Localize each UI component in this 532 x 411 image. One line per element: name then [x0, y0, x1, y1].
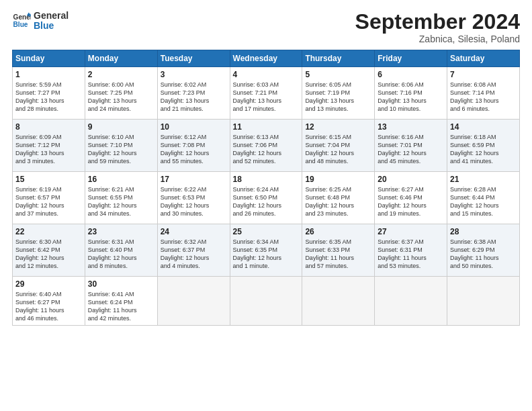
day-28: 28 Sunrise: 6:38 AMSunset: 6:29 PMDaylig…	[447, 224, 520, 277]
logo-blue-text: Blue	[34, 21, 69, 31]
day-7: 7 Sunrise: 6:08 AMSunset: 7:14 PMDayligh…	[447, 67, 520, 120]
day-16: 16 Sunrise: 6:21 AMSunset: 6:55 PMDaylig…	[85, 172, 157, 224]
day-23: 23 Sunrise: 6:31 AMSunset: 6:40 PMDaylig…	[85, 224, 157, 277]
col-monday: Monday	[85, 50, 157, 67]
calendar-table: Sunday Monday Tuesday Wednesday Thursday…	[12, 50, 520, 326]
day-2: 2 Sunrise: 6:00 AMSunset: 7:25 PMDayligh…	[85, 67, 157, 120]
day-1: 1 Sunrise: 5:59 AMSunset: 7:27 PMDayligh…	[13, 67, 85, 120]
header-row: Sunday Monday Tuesday Wednesday Thursday…	[13, 50, 520, 67]
day-24: 24 Sunrise: 6:32 AMSunset: 6:37 PMDaylig…	[157, 224, 230, 277]
day-11: 11 Sunrise: 6:13 AMSunset: 7:06 PMDaylig…	[230, 120, 302, 172]
day-14: 14 Sunrise: 6:18 AMSunset: 6:59 PMDaylig…	[447, 120, 520, 172]
day-10: 10 Sunrise: 6:12 AMSunset: 7:08 PMDaylig…	[157, 120, 230, 172]
empty-cell-2	[230, 277, 302, 326]
week-row-2: 8 Sunrise: 6:09 AMSunset: 7:12 PMDayligh…	[13, 120, 520, 172]
empty-cell-3	[302, 277, 375, 326]
empty-cell-1	[157, 277, 230, 326]
calendar-page: General Blue General Blue September 2024…	[0, 0, 532, 411]
day-22: 22 Sunrise: 6:30 AMSunset: 6:42 PMDaylig…	[13, 224, 85, 277]
day-8: 8 Sunrise: 6:09 AMSunset: 7:12 PMDayligh…	[13, 120, 85, 172]
logo-icon: General Blue	[12, 11, 31, 30]
day-19: 19 Sunrise: 6:25 AMSunset: 6:48 PMDaylig…	[302, 172, 375, 224]
col-sunday: Sunday	[13, 50, 85, 67]
day-13: 13 Sunrise: 6:16 AMSunset: 7:01 PMDaylig…	[375, 120, 447, 172]
title-block: September 2024 Zabnica, Silesia, Poland	[355, 11, 520, 44]
week-row-4: 22 Sunrise: 6:30 AMSunset: 6:42 PMDaylig…	[13, 224, 520, 277]
col-saturday: Saturday	[447, 50, 520, 67]
col-thursday: Thursday	[302, 50, 375, 67]
empty-cell-5	[447, 277, 520, 326]
day-26: 26 Sunrise: 6:35 AMSunset: 6:33 PMDaylig…	[302, 224, 375, 277]
day-3: 3 Sunrise: 6:02 AMSunset: 7:23 PMDayligh…	[157, 67, 230, 120]
svg-text:Blue: Blue	[13, 21, 28, 29]
page-header: General Blue General Blue September 2024…	[12, 11, 520, 44]
week-row-3: 15 Sunrise: 6:19 AMSunset: 6:57 PMDaylig…	[13, 172, 520, 224]
logo: General Blue General Blue	[12, 11, 69, 32]
day-4: 4 Sunrise: 6:03 AMSunset: 7:21 PMDayligh…	[230, 67, 302, 120]
day-30: 30 Sunrise: 6:41 AMSunset: 6:24 PMDaylig…	[85, 277, 157, 326]
day-17: 17 Sunrise: 6:22 AMSunset: 6:53 PMDaylig…	[157, 172, 230, 224]
location-text: Zabnica, Silesia, Poland	[355, 34, 520, 44]
day-20: 20 Sunrise: 6:27 AMSunset: 6:46 PMDaylig…	[375, 172, 447, 224]
day-6: 6 Sunrise: 6:06 AMSunset: 7:16 PMDayligh…	[375, 67, 447, 120]
month-title: September 2024	[355, 11, 520, 32]
day-5: 5 Sunrise: 6:05 AMSunset: 7:19 PMDayligh…	[302, 67, 375, 120]
empty-cell-4	[375, 277, 447, 326]
col-wednesday: Wednesday	[230, 50, 302, 67]
day-25: 25 Sunrise: 6:34 AMSunset: 6:35 PMDaylig…	[230, 224, 302, 277]
day-18: 18 Sunrise: 6:24 AMSunset: 6:50 PMDaylig…	[230, 172, 302, 224]
week-row-5: 29 Sunrise: 6:40 AMSunset: 6:27 PMDaylig…	[13, 277, 520, 326]
day-9: 9 Sunrise: 6:10 AMSunset: 7:10 PMDayligh…	[85, 120, 157, 172]
col-tuesday: Tuesday	[157, 50, 230, 67]
day-21: 21 Sunrise: 6:28 AMSunset: 6:44 PMDaylig…	[447, 172, 520, 224]
week-row-1: 1 Sunrise: 5:59 AMSunset: 7:27 PMDayligh…	[13, 67, 520, 120]
day-29: 29 Sunrise: 6:40 AMSunset: 6:27 PMDaylig…	[13, 277, 85, 326]
logo-general-text: General	[34, 11, 69, 21]
day-12: 12 Sunrise: 6:15 AMSunset: 7:04 PMDaylig…	[302, 120, 375, 172]
day-27: 27 Sunrise: 6:37 AMSunset: 6:31 PMDaylig…	[375, 224, 447, 277]
day-15: 15 Sunrise: 6:19 AMSunset: 6:57 PMDaylig…	[13, 172, 85, 224]
col-friday: Friday	[375, 50, 447, 67]
